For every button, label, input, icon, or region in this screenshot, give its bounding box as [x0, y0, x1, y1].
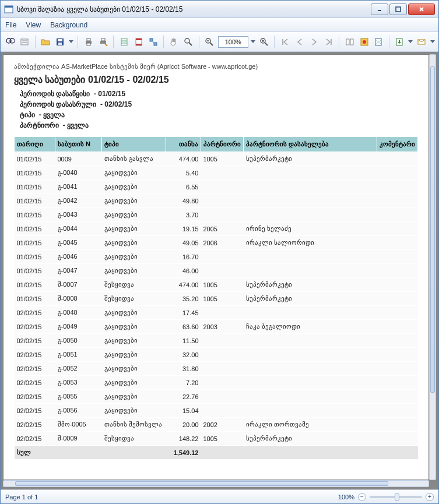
menu-file[interactable]: File	[5, 21, 16, 29]
multipage-icon[interactable]	[343, 35, 356, 49]
table-row: 02/02/15გ-0049გაყიდვები63.602003ჩაკა ბეგ…	[15, 320, 418, 334]
next-page-icon[interactable]	[308, 35, 320, 49]
scale-icon[interactable]	[147, 35, 159, 49]
svg-rect-24	[154, 43, 157, 45]
toolbar-separator	[78, 36, 78, 48]
document-area: ამობეჭდილია AS-MarketPlace სისტემის მიერ…	[1, 52, 438, 489]
print-icon[interactable]	[82, 35, 94, 49]
table-row: 01/02/15შ-0008შესყიდვა35.201005სუპერმარკ…	[15, 292, 418, 306]
cell-partner: 1005	[201, 292, 244, 306]
menu-view[interactable]: View	[26, 21, 41, 29]
page-setup-icon[interactable]	[118, 35, 130, 49]
zoom-out-button[interactable]: −	[358, 493, 366, 501]
toolbar-separator	[339, 36, 339, 48]
cell-partner	[201, 390, 244, 404]
cell-partner	[201, 362, 244, 376]
svg-rect-21	[136, 38, 142, 40]
cell-amount: 46.00	[166, 264, 201, 278]
table-row: 02/02/15გ-0050გაყიდვები11.50	[15, 334, 418, 348]
cell-comment	[377, 404, 418, 418]
zoom-value-label: 100%	[338, 494, 354, 501]
save-icon[interactable]	[54, 35, 66, 49]
save-dropdown-icon[interactable]	[69, 35, 74, 49]
scrollbar-thumb[interactable]	[430, 66, 435, 393]
cell-comment	[377, 278, 418, 292]
zoom-in-button[interactable]: +	[426, 493, 434, 501]
toolbar-separator	[113, 36, 114, 48]
cell-docno: გ-0051	[55, 348, 102, 362]
cell-type: გაყიდვები	[102, 236, 166, 250]
first-page-icon[interactable]	[279, 35, 291, 49]
email-icon[interactable]	[415, 35, 427, 49]
open-icon[interactable]	[40, 35, 52, 49]
param-label: ტიპი	[20, 111, 35, 119]
zoom-slider[interactable]	[370, 496, 422, 498]
cell-date: 02/02/15	[15, 418, 55, 432]
menu-background[interactable]: Background	[50, 21, 87, 29]
total-label: სულ	[15, 446, 166, 460]
cell-partner_name: ირინე ხელაძე	[244, 222, 377, 236]
cell-amount: 474.00	[166, 278, 201, 292]
horizontal-scrollbar[interactable]	[3, 480, 429, 487]
cell-type: გაყიდვები	[102, 166, 166, 180]
minimize-button[interactable]	[371, 3, 388, 15]
scrollbar-thumb[interactable]	[15, 481, 388, 486]
cell-docno: 0009	[55, 152, 102, 166]
cell-partner	[201, 334, 244, 348]
cell-partner	[201, 250, 244, 264]
cell-partner	[201, 208, 244, 222]
param-value: - ყველა	[63, 121, 89, 129]
zoom-out-icon[interactable]	[203, 35, 216, 49]
bookmark-icon[interactable]	[19, 35, 31, 49]
cell-partner: 2005	[201, 222, 244, 236]
hand-tool-icon[interactable]	[168, 35, 180, 49]
cell-docno: გ-0041	[55, 180, 102, 194]
last-page-icon[interactable]	[322, 35, 335, 49]
svg-rect-12	[58, 39, 62, 41]
cell-date: 01/02/15	[15, 292, 55, 306]
cell-partner_name: სუპერმარკეტი	[244, 432, 377, 446]
cell-date: 01/02/15	[15, 236, 55, 250]
prev-page-icon[interactable]	[293, 35, 305, 49]
zoom-in-icon[interactable]	[258, 35, 270, 49]
vertical-scrollbar[interactable]	[429, 54, 436, 480]
cell-date: 01/02/15	[15, 222, 55, 236]
export-dropdown-icon[interactable]	[408, 35, 413, 49]
cell-type: გაყიდვები	[102, 194, 166, 208]
param-label: პერიოდის დასასრული	[20, 100, 96, 108]
cell-partner_name	[244, 376, 377, 390]
cell-date: 01/02/15	[15, 278, 55, 292]
watermark-icon[interactable]	[373, 35, 385, 49]
svg-point-37	[363, 40, 366, 44]
cell-docno: გ-0046	[55, 250, 102, 264]
export-icon[interactable]	[394, 35, 406, 49]
table-row: 02/02/15გ-0053გაყიდვები7.20	[15, 376, 418, 390]
cell-date: 01/02/15	[15, 180, 55, 194]
cell-partner_name: სუპერმარკეტი	[244, 152, 377, 166]
magnifier-icon[interactable]	[182, 35, 195, 49]
cell-type: გაყიდვები	[102, 306, 166, 320]
cell-date: 02/02/15	[15, 432, 55, 446]
search-icon[interactable]	[4, 35, 16, 49]
header-footer-icon[interactable]	[132, 35, 145, 49]
status-bar: Page 1 of 1 100% − +	[1, 489, 438, 503]
cell-type: გაყიდვები	[102, 222, 166, 236]
zoom-input[interactable]: 100%	[218, 36, 248, 48]
quick-print-icon[interactable]	[97, 35, 109, 49]
zoom-dropdown-icon[interactable]	[251, 35, 256, 49]
cell-amount: 5.40	[166, 166, 201, 180]
menu-bar: File View Background	[1, 18, 438, 32]
cell-docno: გ-0048	[55, 306, 102, 320]
cell-date: 02/02/15	[15, 334, 55, 348]
cell-type: გაყიდვები	[102, 208, 166, 222]
color-icon[interactable]	[358, 35, 370, 49]
table-row: 01/02/15გ-0047გაყიდვები46.00	[15, 264, 418, 278]
cell-date: 02/02/15	[15, 404, 55, 418]
maximize-button[interactable]	[389, 3, 407, 15]
email-dropdown-icon[interactable]	[430, 35, 435, 49]
cell-comment	[377, 194, 418, 208]
zoom-slider-thumb[interactable]	[395, 494, 399, 501]
cell-amount: 6.55	[166, 180, 201, 194]
cell-type: გაყიდვები	[102, 264, 166, 278]
close-button[interactable]	[408, 3, 435, 15]
